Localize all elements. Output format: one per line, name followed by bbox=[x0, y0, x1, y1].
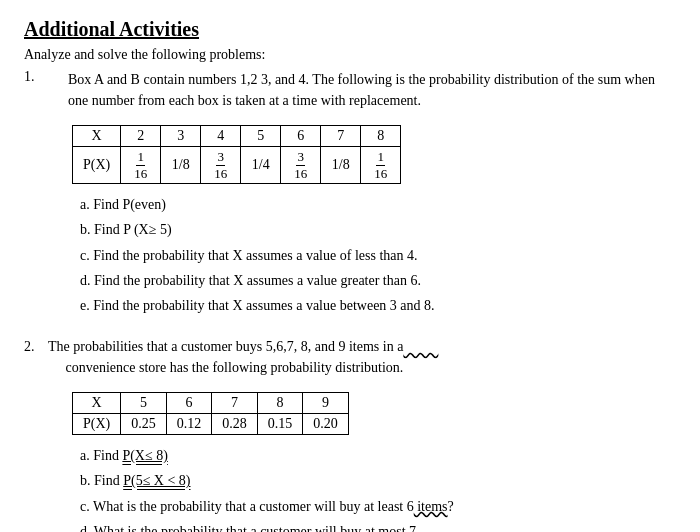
table-2-header-6: 6 bbox=[166, 393, 212, 414]
table-1-val-1: 1 16 bbox=[121, 147, 161, 184]
table-1-header-5: 5 bbox=[241, 126, 281, 147]
problem-2-q-d: d. What is the probability that a custom… bbox=[80, 519, 676, 532]
table-2-header-7: 7 bbox=[212, 393, 258, 414]
problem-2-q-a: a. Find P(X≤ 8) bbox=[80, 443, 676, 468]
table-1-header-3: 3 bbox=[161, 126, 201, 147]
problem-1: 1. Box A and B contain numbers 1,2 3, an… bbox=[24, 69, 676, 318]
fraction-3-16-a: 3 16 bbox=[213, 149, 228, 181]
table-1-header-8: 8 bbox=[361, 126, 401, 147]
problem-2-number: 2. bbox=[24, 336, 44, 357]
wavy-underline-a bbox=[403, 339, 438, 354]
table-2-px-label: P(X) bbox=[73, 414, 121, 435]
underline-px8: P(X≤ 8) bbox=[122, 448, 167, 463]
table-2-val-5: 0.20 bbox=[303, 414, 349, 435]
table-1-header-7: 7 bbox=[321, 126, 361, 147]
fraction-1-16-b: 1 16 bbox=[373, 149, 388, 181]
problem-1-number: 1. bbox=[24, 69, 44, 85]
intro-text: Analyze and solve the following problems… bbox=[24, 47, 676, 63]
table-2-val-2: 0.12 bbox=[166, 414, 212, 435]
table-1-val-3: 3 16 bbox=[201, 147, 241, 184]
problem-1-q-c: c. Find the probability that X assumes a… bbox=[80, 243, 676, 268]
wavy-underline-b: items bbox=[414, 499, 448, 514]
problem-1-text: Box A and B contain numbers 1,2 3, and 4… bbox=[68, 69, 676, 111]
problem-1-q-b: b. Find P (X≥ 5) bbox=[80, 217, 676, 242]
problem-1-q-d: d. Find the probability that X assumes a… bbox=[80, 268, 676, 293]
problem-2-q-c: c. What is the probability that a custom… bbox=[80, 494, 676, 519]
table-2-val-1: 0.25 bbox=[121, 414, 167, 435]
problem-2: 2. The probabilities that a customer buy… bbox=[24, 336, 676, 532]
table-2-header-8: 8 bbox=[257, 393, 303, 414]
table-1-val-7: 1 16 bbox=[361, 147, 401, 184]
problem-1-questions: a. Find P(even) b. Find P (X≥ 5) c. Find… bbox=[80, 192, 676, 318]
fraction-3-16-b: 3 16 bbox=[293, 149, 308, 181]
table-1-val-2: 1/8 bbox=[161, 147, 201, 184]
table-2-val-3: 0.28 bbox=[212, 414, 258, 435]
table-2-header-x: X bbox=[73, 393, 121, 414]
problem-2-questions: a. Find P(X≤ 8) b. Find P(5≤ X < 8) c. W… bbox=[80, 443, 676, 532]
problem-1-table: X 2 3 4 5 6 7 8 P(X) 1 16 1/8 3 16 bbox=[72, 125, 401, 184]
table-1-header-x: X bbox=[73, 126, 121, 147]
problem-2-table: X 5 6 7 8 9 P(X) 0.25 0.12 0.28 0.15 0.2… bbox=[72, 392, 349, 435]
table-1-val-6: 1/8 bbox=[321, 147, 361, 184]
table-2-val-4: 0.15 bbox=[257, 414, 303, 435]
table-1-px-label: P(X) bbox=[73, 147, 121, 184]
table-1-val-4: 1/4 bbox=[241, 147, 281, 184]
table-2-header-5: 5 bbox=[121, 393, 167, 414]
table-1-header-6: 6 bbox=[281, 126, 321, 147]
underline-p5x8: P(5≤ X < 8) bbox=[123, 473, 190, 488]
table-1-header-4: 4 bbox=[201, 126, 241, 147]
page-title: Additional Activities bbox=[24, 18, 676, 41]
problem-1-q-a: a. Find P(even) bbox=[80, 192, 676, 217]
problem-2-q-b: b. Find P(5≤ X < 8) bbox=[80, 468, 676, 493]
table-2-header-9: 9 bbox=[303, 393, 349, 414]
fraction-1-16-a: 1 16 bbox=[133, 149, 148, 181]
problem-2-text: The probabilities that a customer buys 5… bbox=[48, 336, 438, 378]
table-1-val-5: 3 16 bbox=[281, 147, 321, 184]
table-1-header-2: 2 bbox=[121, 126, 161, 147]
problem-1-q-e: e. Find the probability that X assumes a… bbox=[80, 293, 676, 318]
